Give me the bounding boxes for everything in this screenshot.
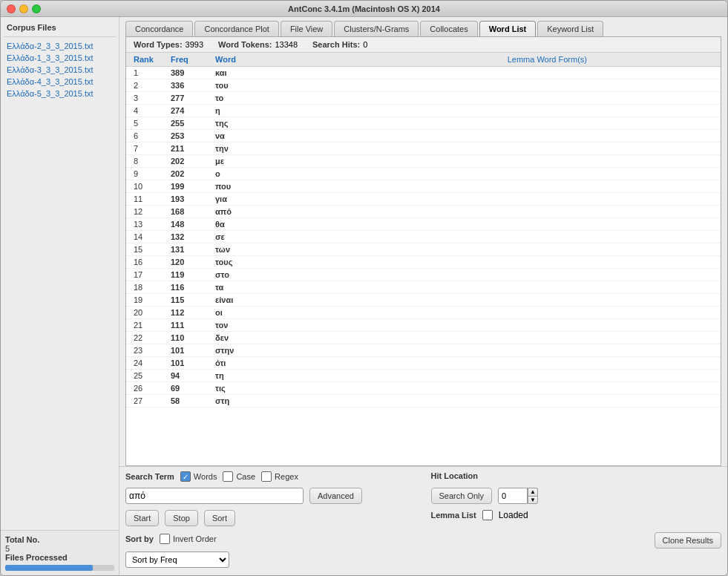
corpus-file-2[interactable]: Ελλάδα-1_3_3_2015.txt	[4, 52, 116, 64]
cell-freq: 101	[171, 346, 215, 355]
sort-button[interactable]: Sort	[204, 510, 235, 526]
table-row[interactable]: 14 132 σε	[126, 231, 721, 243]
table-row[interactable]: 19 115 είναι	[126, 294, 721, 307]
bottom-controls: Search Term ✓ Words Case	[125, 471, 721, 571]
cell-lemma	[381, 182, 713, 191]
table-row[interactable]: 17 119 στο	[126, 269, 721, 281]
table-row[interactable]: 8 202 με	[126, 155, 721, 168]
tab-keyword-list[interactable]: Keyword List	[537, 21, 603, 36]
cell-lemma	[381, 346, 713, 355]
cell-freq: 116	[171, 283, 215, 292]
cell-rank: 11	[134, 194, 171, 203]
table-header: Rank Freq Word Lemma Word Form(s)	[126, 53, 721, 67]
maximize-button[interactable]	[32, 4, 41, 13]
cell-rank: 27	[134, 396, 171, 405]
cell-word: οι	[215, 308, 381, 317]
table-body: 1 389 και 2 336 του 3 277 το 4 274 η 5 2…	[126, 67, 721, 465]
table-row[interactable]: 7 211 την	[126, 143, 721, 155]
minimize-button[interactable]	[19, 4, 28, 13]
cell-freq: 274	[171, 106, 215, 115]
cell-rank: 7	[134, 144, 171, 153]
tab-concordance[interactable]: Concordance	[125, 21, 193, 36]
tab-clusters-ngrams[interactable]: Clusters/N-Grams	[334, 21, 419, 36]
cell-rank: 9	[134, 169, 171, 178]
corpus-file-1[interactable]: Ελλάδα-2_3_3_2015.txt	[4, 40, 116, 52]
cell-rank: 12	[134, 207, 171, 216]
table-row[interactable]: 23 101 στην	[126, 344, 721, 357]
sort-select-row: Sort by Freq Sort by Word Sort by Rank	[125, 552, 721, 568]
search-input[interactable]	[125, 488, 304, 504]
table-row[interactable]: 10 199 που	[126, 180, 721, 193]
clone-results-button[interactable]: Clone Results	[655, 532, 721, 549]
cell-lemma	[381, 106, 713, 115]
table-row[interactable]: 26 69 τις	[126, 382, 721, 395]
spinner-up[interactable]: ▲	[528, 488, 538, 496]
word-types-stat: Word Types: 3993	[134, 40, 203, 49]
table-row[interactable]: 18 116 τα	[126, 281, 721, 294]
words-checkbox-group: ✓ Words	[180, 471, 217, 482]
cell-freq: 120	[171, 258, 215, 266]
cell-rank: 21	[134, 321, 171, 330]
cell-word: στο	[215, 270, 381, 279]
cell-rank: 13	[134, 220, 171, 229]
words-label: Words	[194, 472, 217, 481]
hit-location-input[interactable]	[498, 488, 528, 504]
cell-rank: 8	[134, 157, 171, 166]
table-row[interactable]: 16 120 τους	[126, 256, 721, 269]
cell-lemma	[381, 144, 713, 153]
table-row[interactable]: 3 277 το	[126, 92, 721, 105]
table-row[interactable]: 21 111 τον	[126, 319, 721, 332]
search-only-button[interactable]: Search Only	[431, 488, 493, 504]
advanced-button[interactable]: Advanced	[309, 488, 362, 504]
table-row[interactable]: 6 253 να	[126, 130, 721, 143]
table-row[interactable]: 20 112 οι	[126, 307, 721, 319]
corpus-file-5[interactable]: Ελλάδα-5_3_3_2015.txt	[4, 88, 116, 99]
words-checkbox[interactable]: ✓	[180, 471, 191, 482]
corpus-file-3[interactable]: Ελλάδα-3_3_3_2015.txt	[4, 64, 116, 76]
action-buttons-row: Start Stop Sort	[125, 510, 416, 526]
table-row[interactable]: 2 336 του	[126, 79, 721, 92]
invert-order-group: Invert Order	[160, 534, 217, 544]
table-row[interactable]: 24 101 ότι	[126, 357, 721, 370]
start-button[interactable]: Start	[125, 510, 159, 526]
table-row[interactable]: 11 193 για	[126, 193, 721, 206]
lemma-checkbox[interactable]	[482, 510, 493, 520]
stop-button[interactable]: Stop	[165, 510, 198, 526]
regex-checkbox-group: Regex	[261, 471, 298, 482]
table-row[interactable]: 15 131 των	[126, 243, 721, 256]
table-row[interactable]: 1 389 και	[126, 67, 721, 79]
sidebar-stats: Total No. 5 Files Processed	[1, 530, 119, 575]
tab-word-list[interactable]: Word List	[479, 21, 537, 36]
cell-word: ότι	[215, 359, 381, 367]
cell-rank: 5	[134, 119, 171, 128]
tab-concordance-plot[interactable]: Concordance Plot	[194, 21, 278, 36]
table-row[interactable]: 27 58 στη	[126, 395, 721, 408]
search-hits-label: Search Hits:	[312, 40, 360, 49]
table-row[interactable]: 13 148 θα	[126, 218, 721, 231]
regex-checkbox[interactable]	[261, 471, 272, 482]
cell-word: είναι	[215, 295, 381, 304]
table-row[interactable]: 25 94 τη	[126, 370, 721, 382]
sort-select[interactable]: Sort by Freq Sort by Word Sort by Rank	[125, 552, 229, 568]
table-row[interactable]: 4 274 η	[126, 105, 721, 117]
table-row[interactable]: 22 110 δεν	[126, 332, 721, 344]
corpus-file-4[interactable]: Ελλάδα-4_3_3_2015.txt	[4, 76, 116, 88]
cell-word: στη	[215, 396, 381, 405]
window-controls	[7, 4, 41, 13]
case-checkbox[interactable]	[223, 471, 233, 482]
cell-freq: 101	[171, 359, 215, 367]
cell-word: να	[215, 131, 381, 140]
spinner-down[interactable]: ▼	[528, 496, 538, 504]
tab-bar: Concordance Concordance Plot File View C…	[119, 17, 727, 36]
cell-word: τον	[215, 321, 381, 330]
invert-order-checkbox[interactable]	[160, 534, 170, 544]
cell-freq: 202	[171, 169, 215, 178]
table-row[interactable]: 12 168 από	[126, 206, 721, 218]
table-row[interactable]: 5 255 της	[126, 117, 721, 130]
tab-collocates[interactable]: Collocates	[420, 21, 477, 36]
tab-file-view[interactable]: File View	[281, 21, 332, 36]
close-button[interactable]	[7, 4, 16, 13]
cell-rank: 1	[134, 68, 171, 77]
table-row[interactable]: 9 202 ο	[126, 168, 721, 180]
cell-rank: 10	[134, 182, 171, 191]
